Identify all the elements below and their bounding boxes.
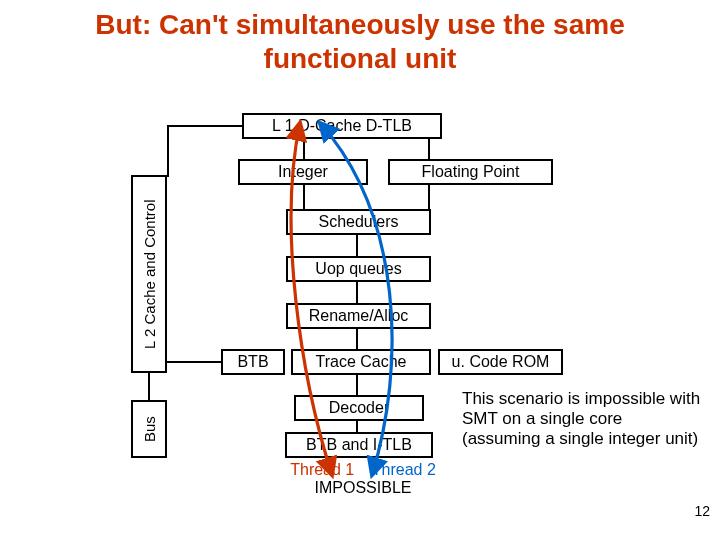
integer-unit-box: Integer: [238, 159, 368, 185]
slide-number: 12: [694, 503, 710, 519]
thread1-label: Thread 1: [290, 461, 354, 478]
uop-queues-box: Uop queues: [286, 256, 431, 282]
l2-cache-box: L 2 Cache and Control: [131, 175, 167, 373]
impossible-label: IMPOSSIBLE: [258, 479, 468, 497]
threads-caption: Thread 1 Thread 2 IMPOSSIBLE: [258, 461, 468, 497]
thread2-label: Thread 2: [372, 461, 436, 478]
floating-point-box: Floating Point: [388, 159, 553, 185]
conn: [356, 235, 358, 256]
conn: [428, 185, 430, 209]
conn: [356, 375, 358, 395]
explanation-note: This scenario is impossible with SMT on …: [462, 389, 702, 449]
btb-box: BTB: [221, 349, 285, 375]
conn: [356, 329, 358, 349]
conn: [428, 139, 430, 159]
conn: [303, 139, 305, 159]
diagram-stage: L 2 Cache and Control Bus L 1 D-Cache D-…: [0, 105, 720, 525]
conn: [167, 361, 221, 363]
conn: [356, 421, 358, 432]
conn: [148, 373, 150, 400]
bus-box: Bus: [131, 400, 167, 458]
schedulers-box: Schedulers: [286, 209, 431, 235]
conn: [356, 282, 358, 303]
conn: [303, 185, 305, 209]
rename-alloc-box: Rename/Alloc: [286, 303, 431, 329]
slide-title: But: Can't simultaneously use the same f…: [0, 0, 720, 75]
ucode-rom-box: u. Code ROM: [438, 349, 563, 375]
trace-cache-box: Trace Cache: [291, 349, 431, 375]
conn: [167, 125, 169, 177]
conn: [167, 125, 242, 127]
l1-dcache-box: L 1 D-Cache D-TLB: [242, 113, 442, 139]
btb-itlb-box: BTB and I-TLB: [285, 432, 433, 458]
decoder-box: Decoder: [294, 395, 424, 421]
